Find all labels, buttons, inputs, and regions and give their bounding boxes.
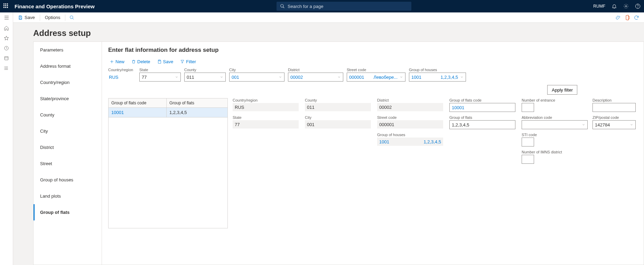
save-icon <box>157 59 162 64</box>
field-district: 00002 <box>377 103 443 111</box>
search-icon <box>280 4 285 9</box>
sidenav-item-houses[interactable]: Group of houses <box>34 172 102 188</box>
field-flats[interactable]: 1,2,3,4,5 <box>449 120 515 129</box>
field-flats-code[interactable]: 10001 <box>449 103 515 112</box>
filter-label: District <box>288 68 343 72</box>
save-button[interactable]: Save <box>16 13 37 22</box>
field-label: Number of IMNS district <box>522 150 588 154</box>
filter-state[interactable]: 77 <box>139 73 181 82</box>
content-panel: Enter flat information for address setup… <box>102 41 644 265</box>
svg-point-14 <box>4 67 5 67</box>
field-description[interactable] <box>592 103 636 112</box>
filter-label: Street code <box>347 68 405 72</box>
filter-button[interactable]: Filter <box>179 58 197 65</box>
sidenav-item-street[interactable]: Street <box>34 155 102 172</box>
field-imns[interactable] <box>522 155 534 164</box>
sidenav-item-state[interactable]: State/province <box>34 91 102 107</box>
sidenav-item-flats[interactable]: Group of flats <box>34 204 102 220</box>
save-icon <box>18 15 23 20</box>
global-search[interactable] <box>277 2 411 11</box>
help-icon[interactable] <box>635 3 641 9</box>
chevron-down-icon <box>400 75 403 79</box>
sidenav-item-district[interactable]: District <box>34 139 102 155</box>
chevron-down-icon <box>582 123 585 126</box>
field-city: 001 <box>305 120 371 129</box>
filter-district[interactable]: 00002 <box>288 73 343 82</box>
field-entrance[interactable] <box>522 103 534 112</box>
star-icon[interactable] <box>4 36 9 41</box>
filter-country[interactable]: RUS <box>108 73 136 82</box>
topbar-center <box>95 2 594 11</box>
bell-icon[interactable] <box>612 3 617 9</box>
modules-icon[interactable] <box>4 66 9 71</box>
app-launcher-icon[interactable] <box>3 3 9 9</box>
sidenav-item-country[interactable]: Country/region <box>34 74 102 91</box>
grid-row[interactable]: 10001 1,2,3,4,5 <box>109 108 227 117</box>
legal-entity[interactable]: RUMF <box>593 4 605 9</box>
svg-point-0 <box>281 4 283 7</box>
chevron-down-icon <box>460 75 464 79</box>
home-icon[interactable] <box>4 26 9 31</box>
sidenav-item-land-plots[interactable]: Land plots <box>34 188 102 204</box>
field-state: 77 <box>233 120 299 129</box>
sidenav-item-parameters[interactable]: Parameters <box>34 42 102 58</box>
svg-rect-18 <box>20 18 21 19</box>
filter-houses[interactable]: 10011,2,3,4,5 <box>409 73 466 82</box>
apply-filter-button[interactable]: Apply filter <box>547 85 577 95</box>
filter-label: Group of houses <box>409 68 466 72</box>
field-label: District <box>377 98 443 102</box>
field-houses: 10011,2,3,4,5 <box>377 138 443 146</box>
apply-row: Apply filter <box>108 85 637 95</box>
svg-rect-23 <box>159 60 160 61</box>
top-bar: Finance and Operations Preview RUMF <box>0 0 644 12</box>
filter-label: County <box>184 68 226 72</box>
filter-city[interactable]: 001 <box>229 73 284 82</box>
refresh-icon[interactable] <box>634 15 639 20</box>
field-sti[interactable] <box>522 138 534 146</box>
field-label: State <box>233 115 299 120</box>
gear-icon[interactable] <box>623 3 629 9</box>
svg-point-16 <box>4 69 5 70</box>
chevron-down-icon <box>175 75 178 79</box>
chevron-down-icon <box>220 75 223 79</box>
filter-county[interactable]: 011 <box>184 73 226 82</box>
svg-line-20 <box>73 18 74 19</box>
search-input[interactable] <box>288 4 408 9</box>
save-inner-button[interactable]: Save <box>156 58 175 65</box>
plus-icon <box>110 59 114 64</box>
delete-button[interactable]: Delete <box>130 58 152 65</box>
details-form: Country/regionRUS County011 District0000… <box>233 98 588 164</box>
field-county: 011 <box>305 103 371 111</box>
field-label: Street code <box>377 115 443 120</box>
svg-rect-17 <box>20 16 21 17</box>
field-zip[interactable]: 142784 <box>592 120 636 129</box>
sidenav-item-city[interactable]: City <box>34 123 102 139</box>
sidenav-item-county[interactable]: County <box>34 107 102 123</box>
field-label: Abbreviation code <box>522 115 588 120</box>
field-abbr[interactable] <box>522 120 588 129</box>
page-search-button[interactable] <box>68 13 76 22</box>
attach-icon[interactable] <box>616 15 621 20</box>
workspace-icon[interactable] <box>4 56 9 61</box>
grid-col-code[interactable]: Group of flats code <box>109 98 167 107</box>
app-title: Finance and Operations Preview <box>15 3 95 9</box>
grid-col-flats[interactable]: Group of flats <box>167 98 227 107</box>
hamburger-icon[interactable] <box>3 15 10 21</box>
field-label: City <box>305 115 371 120</box>
recent-icon[interactable] <box>4 46 9 51</box>
grid-header: Group of flats code Group of flats <box>109 98 227 108</box>
side-nav: Parameters Address format Country/region… <box>33 41 102 265</box>
new-button[interactable]: New <box>108 58 126 65</box>
field-label: County <box>305 98 371 102</box>
workspace: Parameters Address format Country/region… <box>13 41 644 265</box>
cmdbar-right <box>616 15 641 20</box>
office-icon[interactable] <box>625 15 630 20</box>
options-button[interactable]: Options <box>43 13 63 22</box>
sidenav-item-address-format[interactable]: Address format <box>34 58 102 74</box>
trash-icon <box>131 59 136 64</box>
field-country: RUS <box>233 103 299 111</box>
chevron-down-icon <box>337 75 341 79</box>
main-area: Save Options Address setup Parameters Ad… <box>13 12 644 265</box>
filter-street[interactable]: 000001Левобере... <box>347 73 405 82</box>
flats-grid: Group of flats code Group of flats 10001… <box>108 98 228 228</box>
